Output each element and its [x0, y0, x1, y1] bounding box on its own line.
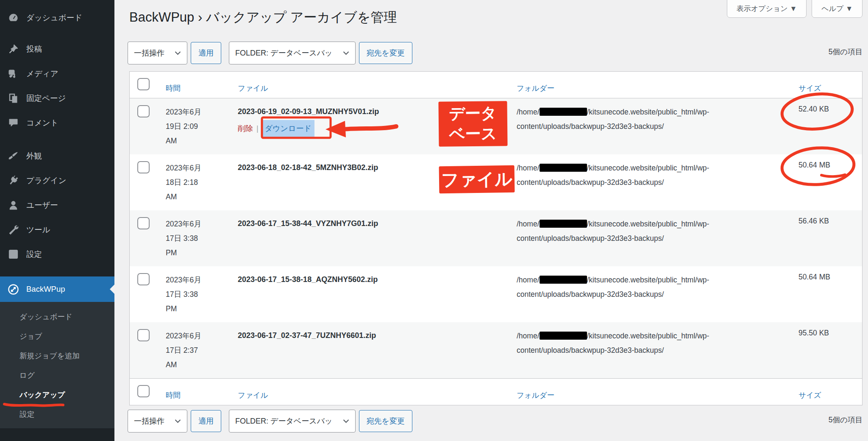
submenu-item-backups[interactable]: バックアップ — [0, 385, 114, 405]
sidebar-item-label: プラグイン — [26, 175, 67, 186]
submenu-item-add-new-job[interactable]: 新規ジョブを追加 — [0, 346, 114, 366]
column-header-folder[interactable]: フォルダー — [517, 391, 554, 399]
comments-icon — [8, 117, 19, 128]
column-header-folder[interactable]: フォルダー — [517, 84, 554, 92]
change-destination-button[interactable]: 宛先を変更 — [359, 42, 412, 64]
bulk-action-label: 一括操作 — [134, 48, 164, 58]
sidebar-item-label: ユーザー — [26, 200, 58, 210]
backups-table: 時間 ファイル フォルダー サイズ 2023年6月19日 2:09AM 2023… — [129, 71, 862, 405]
column-header-time[interactable]: 時間 — [166, 391, 181, 399]
screen-meta: 表示オプション ▼ ヘルプ ▼ — [727, 0, 862, 18]
backup-filename: 2023-06-17_15-38-44_VYZNHY7G01.zip — [238, 217, 517, 230]
folder-filter-select[interactable]: FOLDER: データベースバッ — [229, 42, 356, 64]
row-checkbox[interactable] — [137, 105, 150, 117]
sidebar-item-media[interactable]: メディア — [0, 61, 114, 86]
bulk-action-label: 一括操作 — [134, 416, 164, 426]
redacted-username — [540, 332, 587, 340]
sidebar-item-label: ツール — [26, 224, 50, 235]
backup-size: 50.64 MB — [798, 154, 862, 210]
sidebar-item-comments[interactable]: コメント — [0, 110, 114, 135]
items-count: 5個の項目 — [829, 415, 862, 425]
column-header-size[interactable]: サイズ — [798, 84, 821, 92]
backwpup-backups-page: ダッシュボード 投稿 メディア 固定ページ コメント 外観 プラグイン — [0, 0, 868, 441]
screen-options-label: 表示オプション ▼ — [737, 4, 797, 14]
top-toolbar: 一括操作 適用 FOLDER: データベースバッ 宛先を変更 — [128, 42, 412, 64]
tools-icon — [8, 224, 19, 235]
backup-filename: 2023-06-17_02-37-47_7UZNHY6601.zip — [238, 329, 517, 342]
settings-icon — [8, 248, 19, 260]
sidebar-item-dashboard[interactable]: ダッシュボード — [0, 5, 114, 30]
backup-time: 2023年6月17日 2:37AM — [166, 322, 238, 378]
column-header-size[interactable]: サイズ — [798, 391, 821, 399]
bulk-action-select[interactable]: 一括操作 — [128, 410, 187, 433]
backup-size: 56.46 KB — [798, 210, 862, 266]
sidebar-item-label: 固定ページ — [26, 93, 66, 103]
row-checkbox[interactable] — [137, 329, 150, 341]
submenu-item-jobs[interactable]: ジョブ — [0, 327, 114, 346]
backup-folder-path: /home//kitsunecode.website/public_html/w… — [517, 266, 798, 322]
sidebar-item-pages[interactable]: 固定ページ — [0, 86, 114, 110]
appearance-icon — [8, 150, 19, 162]
admin-sidebar: ダッシュボード 投稿 メディア 固定ページ コメント 外観 プラグイン — [0, 0, 114, 441]
page-title: BackWPup › バックアップ アーカイブを管理 — [129, 8, 397, 26]
sidebar-item-label: ダッシュボード — [26, 12, 82, 23]
row-checkbox[interactable] — [137, 273, 150, 285]
submenu-item-settings[interactable]: 設定 — [0, 405, 114, 424]
sidebar-item-appearance[interactable]: 外観 — [0, 143, 114, 168]
apply-button[interactable]: 適用 — [191, 42, 221, 64]
chevron-down-icon — [343, 51, 349, 55]
sidebar-item-settings[interactable]: 設定 — [0, 242, 114, 266]
backup-filename: 2023-06-17_15-38-18_AQZNHY5602.zip — [238, 273, 517, 286]
backwpup-submenu: ダッシュボード ジョブ 新規ジョブを追加 ログ バックアップ 設定 — [0, 302, 114, 428]
redacted-username — [540, 276, 587, 284]
table-footer: 時間 ファイル フォルダー サイズ — [130, 378, 862, 405]
redacted-username — [540, 164, 587, 172]
column-header-file[interactable]: ファイル — [238, 84, 268, 92]
column-header-file[interactable]: ファイル — [238, 391, 268, 399]
row-checkbox[interactable] — [137, 217, 150, 229]
apply-button[interactable]: 適用 — [191, 410, 221, 432]
table-row: 2023年6月17日 3:38PM 2023-06-17_15-38-18_AQ… — [130, 266, 862, 322]
items-count: 5個の項目 — [829, 47, 862, 57]
table-row: 2023年6月17日 3:38PM 2023-06-17_15-38-44_VY… — [130, 210, 862, 266]
pages-icon — [8, 92, 19, 104]
action-separator: | — [256, 121, 259, 136]
bulk-action-select[interactable]: 一括操作 — [128, 42, 187, 64]
backup-time: 2023年6月18日 2:18AM — [166, 154, 238, 210]
help-label: ヘルプ ▼ — [821, 4, 853, 14]
submenu-item-logs[interactable]: ログ — [0, 366, 114, 385]
table-row: 2023年6月19日 2:09AM 2023-06-19_02-09-13_MU… — [130, 98, 862, 154]
row-checkbox[interactable] — [137, 161, 150, 173]
table-row: 2023年6月17日 2:37AM 2023-06-17_02-37-47_7U… — [130, 322, 862, 378]
column-header-time[interactable]: 時間 — [166, 84, 181, 92]
folder-filter-label: FOLDER: データベースバッ — [235, 48, 333, 58]
chevron-down-icon — [175, 419, 181, 423]
backup-time: 2023年6月19日 2:09AM — [166, 98, 238, 154]
select-all-checkbox[interactable] — [137, 78, 150, 90]
admin-content: 表示オプション ▼ ヘルプ ▼ BackWPup › バックアップ アーカイブを… — [114, 0, 868, 441]
help-button[interactable]: ヘルプ ▼ — [812, 0, 862, 18]
sidebar-item-label: コメント — [26, 117, 58, 128]
backup-time: 2023年6月17日 3:38PM — [166, 210, 238, 266]
chevron-down-icon — [343, 419, 349, 423]
sidebar-item-plugins[interactable]: プラグイン — [0, 168, 114, 193]
screen-options-button[interactable]: 表示オプション ▼ — [727, 0, 807, 18]
change-destination-button[interactable]: 宛先を変更 — [359, 410, 412, 432]
sidebar-item-users[interactable]: ユーザー — [0, 193, 114, 217]
download-link[interactable]: ダウンロード — [262, 120, 314, 137]
table-row: 2023年6月18日 2:18AM 2023-06-18_02-18-42_5M… — [130, 154, 862, 210]
sidebar-item-tools[interactable]: ツール — [0, 217, 114, 242]
submenu-item-dashboard[interactable]: ダッシュボード — [0, 307, 114, 327]
bottom-toolbar: 一括操作 適用 FOLDER: データベースバッ 宛先を変更 — [128, 410, 412, 433]
backup-filename: 2023-06-19_02-09-13_MUZNHY5V01.zip — [238, 105, 517, 118]
backup-filename: 2023-06-18_02-18-42_5MZNHY3B02.zip — [238, 161, 517, 174]
backup-folder-path: /home//kitsunecode.website/public_html/w… — [517, 322, 798, 378]
redacted-username — [540, 220, 587, 228]
select-all-checkbox[interactable] — [137, 385, 150, 397]
sidebar-item-posts[interactable]: 投稿 — [0, 36, 114, 61]
sidebar-item-backwpup[interactable]: BackWPup — [0, 276, 114, 302]
sidebar-item-label: 外観 — [26, 151, 42, 161]
backup-time: 2023年6月17日 3:38PM — [166, 266, 238, 322]
delete-link[interactable]: 削除 — [238, 121, 253, 136]
folder-filter-select[interactable]: FOLDER: データベースバッ — [229, 410, 356, 433]
